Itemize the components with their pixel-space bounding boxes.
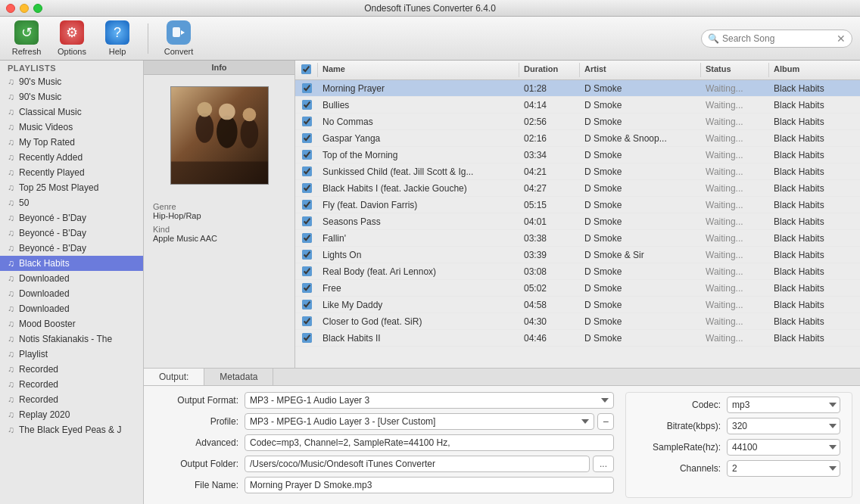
table-row[interactable]: Closer to God (feat. SiR) 04:30 D Smoke … [295, 313, 860, 330]
row-checkbox-cell[interactable] [295, 215, 318, 228]
table-row[interactable]: Fly (feat. Davion Farris) 05:15 D Smoke … [295, 197, 860, 213]
search-input[interactable] [722, 33, 837, 44]
sidebar-item-recently-added[interactable]: ♫ Recently Added [0, 150, 143, 165]
sidebar-item-my-top-rated[interactable]: ♫ My Top Rated [0, 135, 143, 150]
maximize-button[interactable] [33, 4, 42, 13]
sidebar-item-90s-music-2[interactable]: ♫ 90's Music [0, 89, 143, 104]
table-row[interactable]: Lights On 03:39 D Smoke & Sir Waiting...… [295, 247, 860, 263]
row-checkbox-cell[interactable] [295, 282, 318, 294]
minimize-button[interactable] [20, 4, 29, 13]
row-checkbox[interactable] [302, 117, 312, 126]
tab-metadata[interactable]: Metadata [204, 369, 273, 385]
row-name: Black Habits II [318, 331, 519, 345]
browse-folder-button[interactable]: ... [593, 456, 614, 472]
row-checkbox[interactable] [302, 216, 312, 226]
table-row[interactable]: Sunkissed Child (feat. Jill Scott & Ig..… [295, 163, 860, 180]
sidebar-item-beyonce-bday-1[interactable]: ♫ Beyoncé - B'Day [0, 210, 143, 226]
table-row[interactable]: Free 05:02 D Smoke Waiting... Black Habi… [295, 280, 860, 297]
row-checkbox[interactable] [302, 333, 312, 343]
row-checkbox-cell[interactable] [295, 82, 318, 95]
search-box[interactable]: 🔍 ✕ [701, 30, 852, 48]
refresh-button[interactable]: ↺ Refresh [8, 20, 45, 56]
bitrate-select[interactable]: 320 [727, 418, 840, 434]
row-checkbox[interactable] [302, 300, 312, 310]
sidebar-item-downloaded-3[interactable]: ♫ Downloaded [0, 301, 143, 316]
sidebar-item-recently-played[interactable]: ♫ Recently Played [0, 165, 143, 180]
sidebar-item-recorded-1[interactable]: ♫ Recorded [0, 362, 143, 377]
convert-button[interactable]: Convert [160, 20, 198, 56]
row-checkbox[interactable] [302, 166, 312, 176]
codec-select[interactable]: mp3 [727, 397, 840, 413]
row-checkbox-cell[interactable] [295, 265, 318, 278]
table-row[interactable]: Black Habits II 04:46 D Smoke Waiting...… [295, 330, 860, 347]
row-checkbox[interactable] [302, 183, 312, 193]
row-checkbox-cell[interactable] [295, 165, 318, 178]
sidebar-item-replay-2020[interactable]: ♫ Replay 2020 [0, 407, 143, 422]
table-row[interactable]: Bullies 04:14 D Smoke Waiting... Black H… [295, 97, 860, 114]
sidebar-item-downloaded-2[interactable]: ♫ Downloaded [0, 286, 143, 301]
row-checkbox-cell[interactable] [295, 331, 318, 344]
table-row[interactable]: Gaspar Yanga 02:16 D Smoke & Snoop... Wa… [295, 130, 860, 147]
table-row[interactable]: Seasons Pass 04:01 D Smoke Waiting... Bl… [295, 213, 860, 230]
sidebar-item-notis-sfakianakis[interactable]: ♫ Notis Sfakianakis - The [0, 331, 143, 347]
row-checkbox[interactable] [302, 266, 312, 276]
sidebar-item-black-habits[interactable]: ♫ Black Habits [0, 256, 143, 271]
sidebar-item-beyonce-bday-3[interactable]: ♫ Beyoncé - B'Day [0, 241, 143, 256]
row-checkbox-cell[interactable] [295, 182, 318, 194]
table-row[interactable]: Like My Daddy 04:58 D Smoke Waiting... B… [295, 297, 860, 313]
row-checkbox[interactable] [302, 283, 312, 293]
help-button[interactable]: ? Help [98, 20, 136, 56]
output-folder-label: Output Folder: [155, 459, 238, 469]
sidebar-item-90s-music-1[interactable]: ♫ 90's Music [0, 74, 143, 89]
close-button[interactable] [6, 4, 15, 13]
row-checkbox-cell[interactable] [295, 198, 318, 211]
channels-select[interactable]: 2 [727, 460, 840, 477]
row-checkbox-cell[interactable] [295, 248, 318, 261]
table-row[interactable]: Morning Prayer 01:28 D Smoke Waiting... … [295, 80, 860, 97]
search-clear-icon[interactable]: ✕ [837, 33, 846, 45]
sidebar-item-top-25-most-played[interactable]: ♫ Top 25 Most Played [0, 180, 143, 195]
select-all-checkbox[interactable] [301, 64, 311, 74]
row-album: Black Habits [769, 98, 860, 112]
sidebar-item-50[interactable]: ♫ 50 [0, 195, 143, 210]
row-checkbox[interactable] [302, 316, 312, 326]
table-row[interactable]: Black Habits I (feat. Jackie Gouche) 04:… [295, 180, 860, 197]
sidebar-item-mood-booster[interactable]: ♫ Mood Booster [0, 316, 143, 331]
row-checkbox[interactable] [302, 83, 312, 93]
row-checkbox-cell[interactable] [295, 315, 318, 328]
row-checkbox-cell[interactable] [295, 148, 318, 161]
sidebar-item-black-eyed-peas[interactable]: ♫ The Black Eyed Peas & J [0, 422, 143, 437]
options-button[interactable]: ⚙ Options [53, 20, 91, 56]
row-checkbox-cell[interactable] [295, 132, 318, 145]
row-checkbox-cell[interactable] [295, 98, 318, 111]
table-row[interactable]: Top of the Morning 03:34 D Smoke Waiting… [295, 147, 860, 163]
table-row[interactable]: Real Body (feat. Ari Lennox) 03:08 D Smo… [295, 263, 860, 280]
row-checkbox-cell[interactable] [295, 232, 318, 244]
sidebar-item-classical-music[interactable]: ♫ Classical Music [0, 104, 143, 120]
sidebar-item-recorded-3[interactable]: ♫ Recorded [0, 392, 143, 407]
profile-select[interactable]: MP3 - MPEG-1 Audio Layer 3 - [User Custo… [245, 413, 594, 430]
sidebar-item-music-videos[interactable]: ♫ Music Videos [0, 120, 143, 135]
row-artist: D Smoke [580, 98, 701, 112]
row-checkbox[interactable] [302, 250, 312, 260]
row-checkbox[interactable] [302, 200, 312, 210]
output-format-select[interactable]: MP3 - MPEG-1 Audio Layer 3 [245, 392, 614, 409]
profile-minus-button[interactable]: − [597, 413, 614, 430]
sidebar-item-recorded-2[interactable]: ♫ Recorded [0, 377, 143, 392]
row-checkbox[interactable] [302, 100, 312, 110]
table-row[interactable]: Fallin' 03:38 D Smoke Waiting... Black H… [295, 230, 860, 247]
table-row[interactable]: No Commas 02:56 D Smoke Waiting... Black… [295, 114, 860, 130]
row-checkbox-cell[interactable] [295, 115, 318, 128]
sidebar-item-playlist[interactable]: ♫ Playlist [0, 347, 143, 362]
tab-output[interactable]: Output: [144, 369, 204, 385]
file-name-value[interactable]: Morning Prayer D Smoke.mp3 [245, 477, 614, 493]
music-icon: ♫ [8, 213, 14, 223]
sidebar-item-downloaded-1[interactable]: ♫ Downloaded [0, 271, 143, 286]
col-checkbox[interactable] [295, 63, 318, 77]
row-checkbox-cell[interactable] [295, 298, 318, 311]
samplerate-select[interactable]: 44100 [727, 439, 840, 456]
row-checkbox[interactable] [302, 150, 312, 160]
row-checkbox[interactable] [302, 233, 312, 243]
sidebar-item-beyonce-bday-2[interactable]: ♫ Beyoncé - B'Day [0, 226, 143, 241]
row-checkbox[interactable] [302, 133, 312, 143]
